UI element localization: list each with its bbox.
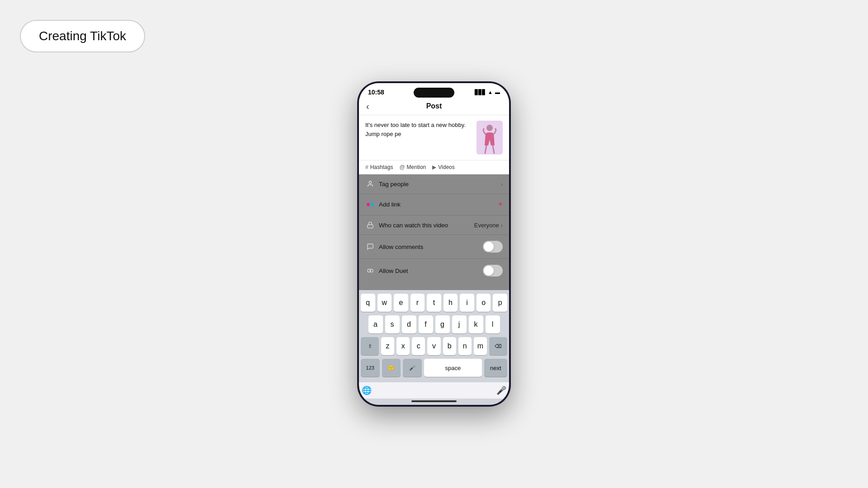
- add-link-icon: [365, 203, 375, 206]
- key-s[interactable]: s: [385, 315, 400, 333]
- key-t[interactable]: t: [427, 294, 441, 312]
- caption-area: It's never too late to start a new hobby…: [359, 115, 509, 160]
- top-nav: ‹ Post: [359, 99, 509, 115]
- key-h[interactable]: h: [443, 294, 458, 312]
- who-can-watch-label: Who can watch this video: [379, 222, 474, 229]
- duet-icon: [365, 267, 375, 274]
- key-k[interactable]: k: [469, 315, 483, 333]
- dynamic-island: [414, 88, 454, 98]
- video-icon: ▶: [432, 164, 436, 170]
- bottom-mic-icon[interactable]: 🎤: [496, 385, 506, 395]
- add-link-plus-icon: +: [498, 200, 503, 209]
- keyboard-row-1: q w e r t h i o p: [361, 294, 507, 312]
- emoji-key[interactable]: 🙂: [382, 359, 401, 377]
- key-x[interactable]: x: [396, 337, 410, 355]
- home-bar: [359, 399, 509, 405]
- home-indicator: [411, 400, 457, 402]
- keyboard-row-2: a s d f g j k l: [361, 315, 507, 333]
- battery-icon: ▬: [495, 89, 500, 95]
- key-v[interactable]: v: [427, 337, 440, 355]
- key-c[interactable]: c: [412, 337, 425, 355]
- phone-frame: 10:58 ▊▊▊ ▲ ▬ ‹ Post It's never too late…: [357, 81, 511, 407]
- mic-key[interactable]: 🎤: [403, 359, 422, 377]
- shift-key[interactable]: ⇧: [361, 337, 379, 355]
- svg-rect-3: [368, 225, 373, 228]
- key-w[interactable]: w: [377, 294, 392, 312]
- svg-point-2: [369, 181, 371, 183]
- at-icon: @: [399, 164, 405, 170]
- wifi-icon: ▲: [488, 89, 493, 95]
- key-f[interactable]: f: [419, 315, 433, 333]
- videos-label: Videos: [438, 164, 454, 170]
- add-link-row[interactable]: Add link +: [359, 194, 509, 216]
- video-thumbnail: [476, 121, 503, 155]
- key-e[interactable]: e: [394, 294, 408, 312]
- svg-point-1: [486, 125, 493, 131]
- key-m[interactable]: m: [474, 337, 487, 355]
- key-r[interactable]: r: [410, 294, 425, 312]
- allow-comments-row[interactable]: Allow comments: [359, 235, 509, 259]
- videos-tag[interactable]: ▶ Videos: [432, 164, 454, 170]
- who-can-watch-chevron: ›: [501, 222, 503, 229]
- tags-bar: # Hashtags @ Mention ▶ Videos: [359, 160, 509, 174]
- hashtags-tag[interactable]: # Hashtags: [365, 164, 393, 170]
- caption-text[interactable]: It's never too late to start a new hobby…: [365, 121, 472, 155]
- allow-duet-toggle[interactable]: [483, 265, 503, 277]
- next-key[interactable]: next: [484, 359, 507, 377]
- toggle-knob: [484, 242, 494, 252]
- allow-duet-label: Allow Duet: [379, 267, 483, 274]
- phone-screen: 10:58 ▊▊▊ ▲ ▬ ‹ Post It's never too late…: [359, 83, 509, 405]
- allow-duet-row[interactable]: Allow Duet: [359, 259, 509, 282]
- back-button[interactable]: ‹: [366, 101, 369, 112]
- toggle-knob-duet: [484, 266, 494, 276]
- mention-tag[interactable]: @ Mention: [399, 164, 426, 170]
- nav-title: Post: [426, 102, 442, 110]
- creating-tiktok-label: Creating TikTok: [20, 20, 145, 52]
- delete-key[interactable]: ⌫: [489, 337, 507, 355]
- status-icons: ▊▊▊ ▲ ▬: [475, 89, 500, 95]
- tag-people-row[interactable]: Tag people ›: [359, 174, 509, 194]
- globe-icon[interactable]: 🌐: [362, 385, 372, 395]
- status-bar: 10:58 ▊▊▊ ▲ ▬: [359, 83, 509, 99]
- comment-icon: [365, 243, 375, 250]
- key-p[interactable]: p: [493, 294, 507, 312]
- key-b[interactable]: b: [443, 337, 456, 355]
- tag-people-chevron: ›: [501, 181, 503, 188]
- keyboard-row-3: ⇧ z x c v b n m ⌫: [361, 337, 507, 355]
- numbers-key[interactable]: 123: [361, 359, 380, 377]
- who-can-watch-row[interactable]: Who can watch this video Everyone ›: [359, 216, 509, 235]
- keyboard: q w e r t h i o p a s d f g j k l: [359, 290, 509, 382]
- key-n[interactable]: n: [458, 337, 472, 355]
- key-j[interactable]: j: [452, 315, 467, 333]
- signal-icon: ▊▊▊: [475, 89, 486, 95]
- settings-list: Tag people › Add link +: [359, 174, 509, 290]
- key-a[interactable]: a: [368, 315, 383, 333]
- status-time: 10:58: [368, 89, 384, 96]
- key-d[interactable]: d: [402, 315, 416, 333]
- tag-people-label: Tag people: [379, 181, 501, 188]
- key-q[interactable]: q: [361, 294, 375, 312]
- hashtag-icon: #: [365, 164, 368, 170]
- key-i[interactable]: i: [460, 294, 474, 312]
- add-link-label: Add link: [379, 201, 498, 208]
- key-o[interactable]: o: [476, 294, 491, 312]
- key-g[interactable]: g: [435, 315, 450, 333]
- keyboard-row-4: 123 🙂 🎤 space next: [361, 359, 507, 377]
- hashtags-label: Hashtags: [370, 164, 393, 170]
- key-l[interactable]: l: [486, 315, 500, 333]
- mention-label: Mention: [407, 164, 426, 170]
- allow-comments-label: Allow comments: [379, 244, 483, 250]
- lock-icon: [365, 221, 375, 229]
- tag-people-icon: [365, 180, 375, 188]
- bottom-toolbar: 🌐 🎤: [359, 382, 509, 399]
- who-can-watch-value: Everyone: [474, 222, 499, 229]
- key-z[interactable]: z: [381, 337, 394, 355]
- space-key[interactable]: space: [424, 359, 482, 377]
- allow-comments-toggle[interactable]: [483, 241, 503, 253]
